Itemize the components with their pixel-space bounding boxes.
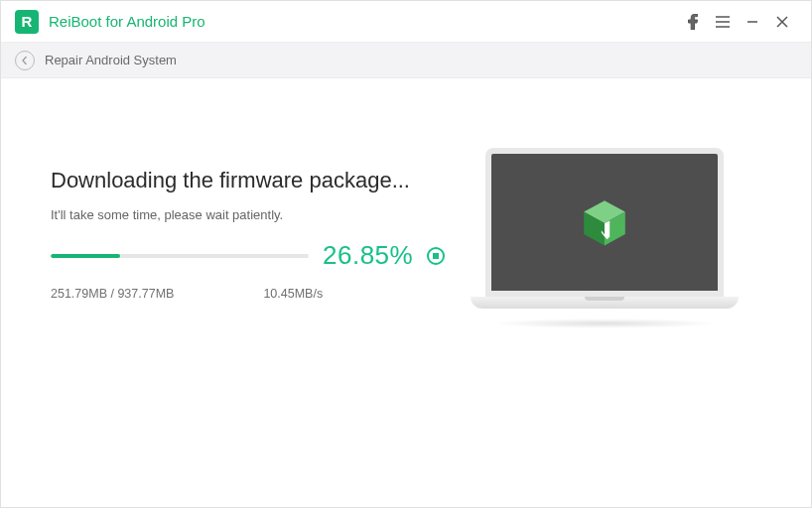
close-button[interactable] (767, 7, 797, 37)
laptop-shadow (490, 318, 719, 328)
svg-marker-9 (605, 220, 609, 239)
laptop-screen (485, 148, 724, 297)
menu-icon[interactable] (708, 7, 738, 37)
laptop-illustration (471, 148, 739, 328)
titlebar: R ReiBoot for Android Pro (1, 1, 811, 43)
progress-row: 26.85% (51, 240, 448, 271)
back-button[interactable] (15, 51, 35, 70)
progress-percent: 26.85% (323, 240, 413, 271)
download-heading: Downloading the firmware package... (51, 168, 448, 193)
page-title: Repair Android System (45, 53, 177, 67)
download-size: 251.79MB / 937.77MB (51, 287, 174, 301)
subheader: Repair Android System (1, 43, 811, 78)
app-title: ReiBoot for Android Pro (49, 13, 205, 30)
download-stats: 251.79MB / 937.77MB 10.45MB/s (51, 287, 448, 301)
app-logo-icon: R (15, 10, 39, 34)
download-panel: Downloading the firmware package... It'l… (51, 128, 448, 301)
package-icon (579, 196, 630, 248)
download-subtext: It'll take some time, please wait patien… (51, 207, 448, 222)
minimize-button[interactable] (738, 7, 767, 37)
main-content: Downloading the firmware package... It'l… (1, 78, 811, 507)
facebook-icon[interactable] (678, 7, 708, 37)
progress-fill (51, 254, 120, 258)
download-speed: 10.45MB/s (263, 287, 323, 301)
stop-button[interactable] (427, 247, 445, 265)
illustration (448, 128, 761, 328)
progress-bar (51, 254, 309, 258)
laptop-base (471, 297, 739, 309)
